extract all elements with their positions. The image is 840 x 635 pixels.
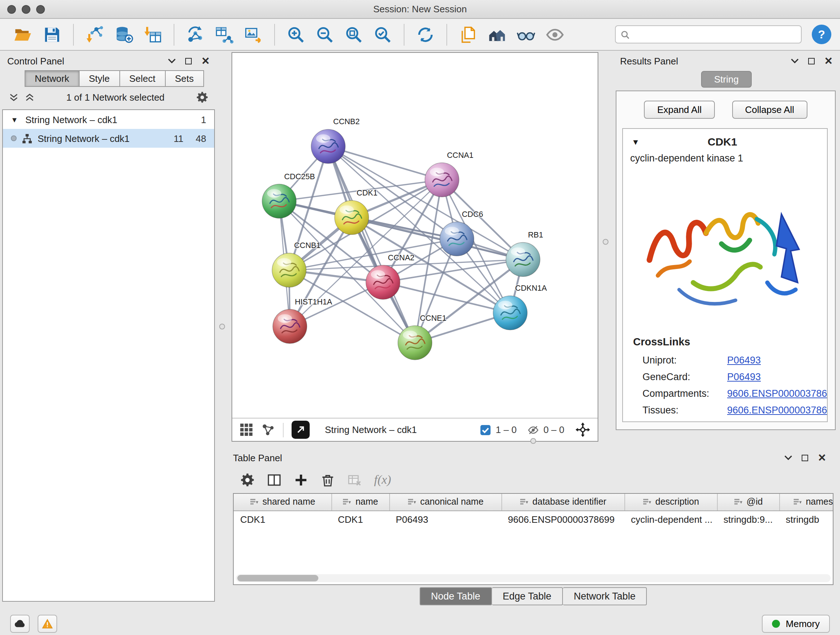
scrollbar-thumb[interactable] [237,575,318,581]
table-cell[interactable]: stringdb:9... [717,510,779,529]
open-network-window-icon[interactable] [292,421,309,439]
table-panel-float-icon[interactable] [802,454,808,461]
bottom-splitter-handle[interactable] [531,438,536,444]
network-node-rb1[interactable]: RB1 [506,230,543,277]
table-cell[interactable]: P06493 [389,510,501,529]
import-table-button[interactable] [138,21,167,48]
horizontal-splitter[interactable] [217,442,840,449]
show-columns-icon[interactable] [267,472,281,487]
tree-caret-icon[interactable]: ▼ [11,116,20,124]
tab-string[interactable]: String [701,71,752,88]
eye-button[interactable] [540,21,569,48]
import-network-button[interactable] [80,21,109,48]
results-panel-close-icon[interactable]: ✕ [824,56,833,66]
network-node-cdkn1a[interactable]: CDKN1A [493,283,547,330]
network-node-cdk1[interactable]: CDK1 [335,188,378,234]
network-node-ccnb1[interactable]: CCNB1 [272,241,321,287]
expand-tree-icon[interactable] [9,93,19,102]
table-panel-collapse-icon[interactable] [785,455,793,461]
control-panel-float-icon[interactable] [186,57,192,64]
table-cell[interactable]: stringdb [779,510,834,529]
search-input[interactable] [633,29,796,40]
column-header-namespace[interactable]: namespace [779,494,834,510]
right-splitter-handle[interactable] [603,239,608,245]
network-add-button[interactable] [181,21,210,48]
network-edge[interactable] [328,146,442,180]
table-row[interactable]: CDK1CDK1P064939606.ENSP00000378699cyclin… [234,510,834,529]
memory-button[interactable]: Memory [762,614,830,632]
table-settings-gear-icon[interactable] [240,472,255,487]
crosslink-compartments-link[interactable]: 9606.ENSP00000378699 [727,388,828,399]
column-header-shared-name[interactable]: shared name [234,494,332,510]
add-column-icon[interactable] [294,472,308,487]
import-database-button[interactable] [109,21,138,48]
table-cell[interactable]: CDK1 [234,510,332,529]
export-image-button[interactable] [239,21,268,48]
grid-view-icon[interactable] [240,423,253,437]
tab-edge-table[interactable]: Edge Table [492,587,563,605]
zoom-in-button[interactable] [281,21,310,48]
column-header-description[interactable]: description [624,494,717,510]
crosslink-genecard-link[interactable]: P06493 [727,371,761,382]
column-header-name[interactable]: name [332,494,389,510]
refresh-button[interactable] [411,21,440,48]
left-splitter-handle[interactable] [219,324,225,329]
search-box[interactable] [615,25,802,43]
open-session-button[interactable] [9,21,38,48]
tab-style[interactable]: Style [79,70,120,87]
collapse-all-button[interactable]: Collapse All [732,101,807,119]
zoom-fit-button[interactable] [339,21,368,48]
table-panel-close-icon[interactable]: ✕ [818,453,826,463]
hidden-eye-icon[interactable] [527,424,539,435]
crosslink-pharos-link[interactable]: P06493 [727,421,761,422]
function-builder-icon[interactable]: f(x) [374,472,391,487]
save-session-button[interactable] [38,21,66,48]
cloud-button[interactable] [10,614,30,632]
network-table-button[interactable] [210,21,239,48]
column-header-database-identifier[interactable]: database identifier [501,494,624,510]
network-node-ccna1[interactable]: CCNA1 [425,150,474,197]
gene-card-caret-icon[interactable]: ▼ [632,137,639,146]
results-panel-float-icon[interactable] [808,57,815,64]
collapse-tree-icon[interactable] [25,93,35,102]
network-share-view-icon[interactable] [261,423,275,437]
crosslink-tissues-link[interactable]: 9606.ENSP00000378699 [727,405,828,416]
horizontal-scrollbar[interactable] [236,574,831,582]
column-header--id[interactable]: @id [717,494,779,510]
results-panel-collapse-icon[interactable] [791,58,799,64]
network-node-ccnb2[interactable]: CCNB2 [311,117,360,163]
copy-document-button[interactable] [454,21,483,48]
help-button[interactable]: ? [812,25,831,44]
tab-network-table[interactable]: Network Table [563,587,647,605]
table-cell[interactable]: cyclin-dependent ... [624,510,717,529]
network-row[interactable]: String Network – cdk1 11 48 [3,129,214,148]
table-cell[interactable]: CDK1 [332,510,389,529]
selected-checkbox-icon[interactable] [480,424,491,435]
network-collection-row[interactable]: ▼ String Network – cdk1 1 [3,110,214,129]
tab-node-table[interactable]: Node Table [419,587,492,605]
control-panel-collapse-icon[interactable] [168,58,176,64]
column-header-canonical-name[interactable]: canonical name [389,494,501,510]
zoom-selected-button[interactable] [368,21,397,48]
tab-select[interactable]: Select [120,70,165,87]
window-zoom-button[interactable] [36,5,45,13]
crosslink-uniprot-link[interactable]: P06493 [727,355,761,366]
zoom-out-button[interactable] [310,21,339,48]
network-edge[interactable] [328,146,415,342]
table-cell[interactable]: 9606.ENSP00000378699 [501,510,624,529]
network-node-hist1h1a[interactable]: HIST1H1A [273,297,332,344]
glasses-button[interactable] [512,21,540,48]
window-minimize-button[interactable] [22,5,30,13]
delete-column-icon[interactable] [321,472,335,487]
clear-table-icon[interactable] [347,472,362,487]
warning-button[interactable] [38,614,57,632]
tab-network[interactable]: Network [25,70,79,87]
expand-all-button[interactable]: Expand All [644,101,715,119]
string-home-button[interactable] [483,21,512,48]
control-panel-close-icon[interactable]: ✕ [202,56,210,66]
window-close-button[interactable] [7,5,16,13]
fit-selected-crosshair-icon[interactable] [575,422,591,437]
tab-sets[interactable]: Sets [165,70,204,87]
network-options-gear-icon[interactable] [196,91,208,103]
network-canvas[interactable]: CCNB2CCNA1CDC25BCDK1CDC6RB1CCNB1CCNA2CDK… [232,53,598,418]
